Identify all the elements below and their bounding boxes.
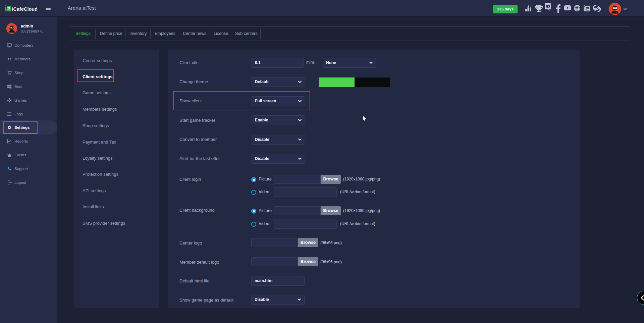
svg-text:iCafeCloud: iCafeCloud bbox=[12, 6, 38, 12]
